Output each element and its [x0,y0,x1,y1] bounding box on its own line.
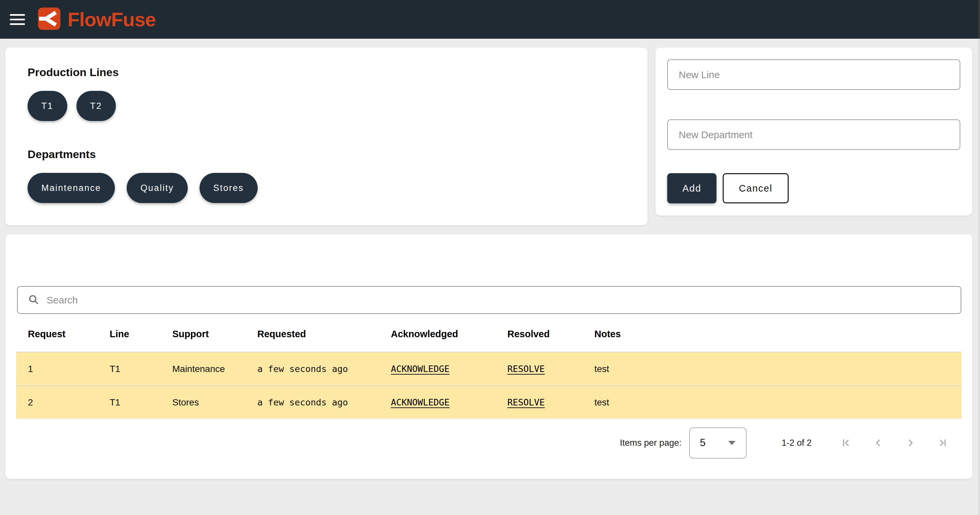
cell-notes: test [594,397,962,408]
cell-request: 2 [28,397,110,408]
department-chip-stores[interactable]: Stores [200,173,258,203]
top-navbar: FlowFuse [0,0,980,39]
cell-request: 1 [28,364,110,374]
table-row: 1 T1 Maintenance a few seconds ago ACKNO… [16,352,962,385]
cell-line: T1 [110,364,172,374]
column-header-line: Line [110,329,172,340]
items-per-page-select[interactable]: 5 [689,428,747,459]
pagination-range-label: 1-2 of 2 [781,438,811,448]
cell-requested: a few seconds ago [257,364,391,374]
new-line-input[interactable] [667,59,960,90]
cell-requested: a few seconds ago [257,397,391,407]
last-page-icon[interactable] [936,437,949,449]
requests-table-card: Request Line Support Requested Acknowled… [5,234,972,479]
chevron-down-icon [728,441,735,445]
next-page-icon[interactable] [904,437,917,449]
resolve-link[interactable]: RESOLVE [508,397,545,407]
column-header-requested: Requested [257,329,391,340]
filters-card: Production Lines T1 T2 Departments Maint… [5,48,648,225]
search-input[interactable] [47,287,961,313]
search-bar [17,286,961,314]
line-chip-t2[interactable]: T2 [76,91,116,121]
acknowledge-link[interactable]: ACKNOWLEDGE [391,397,450,407]
items-per-page-label: Items per page: [620,438,682,448]
flowfuse-logo-icon [38,8,60,31]
add-form-card: Add Cancel [655,48,972,216]
production-lines-title: Production Lines [27,65,625,79]
new-department-input[interactable] [667,119,960,150]
cell-support: Stores [172,397,257,408]
hamburger-menu-icon[interactable] [10,14,25,25]
column-header-support: Support [172,329,257,340]
add-button[interactable]: Add [667,173,716,203]
table-row: 2 T1 Stores a few seconds ago ACKNOWLEDG… [16,385,962,419]
items-per-page-value: 5 [700,437,705,449]
production-lines-row: T1 T2 [27,91,625,121]
column-header-request: Request [28,329,110,340]
table-header-row: Request Line Support Requested Acknowled… [16,323,962,345]
departments-title: Departments [27,147,625,161]
resolve-link[interactable]: RESOLVE [508,364,545,374]
window-scrollbar[interactable] [978,0,980,515]
first-page-icon[interactable] [840,437,852,449]
brand-logo: FlowFuse [38,8,156,31]
cell-support: Maintenance [172,364,257,374]
column-header-acknowledged: Acknowledged [391,329,508,340]
line-chip-t1[interactable]: T1 [27,91,67,121]
pager-icons [840,437,949,449]
table-body: 1 T1 Maintenance a few seconds ago ACKNO… [16,352,962,419]
cell-line: T1 [110,397,172,408]
column-header-resolved: Resolved [508,329,594,340]
departments-row: Maintenance Quality Stores [27,173,625,203]
department-chip-maintenance[interactable]: Maintenance [27,173,115,203]
acknowledge-link[interactable]: ACKNOWLEDGE [391,364,450,374]
department-chip-quality[interactable]: Quality [127,173,188,203]
form-buttons: Add Cancel [667,173,960,203]
pagination-bar: Items per page: 5 1-2 of 2 [620,426,949,459]
column-header-notes: Notes [594,329,962,340]
search-icon [27,294,40,307]
previous-page-icon[interactable] [872,437,885,449]
brand-name: FlowFuse [68,8,156,31]
cell-notes: test [594,364,962,374]
cancel-button[interactable]: Cancel [723,173,789,203]
